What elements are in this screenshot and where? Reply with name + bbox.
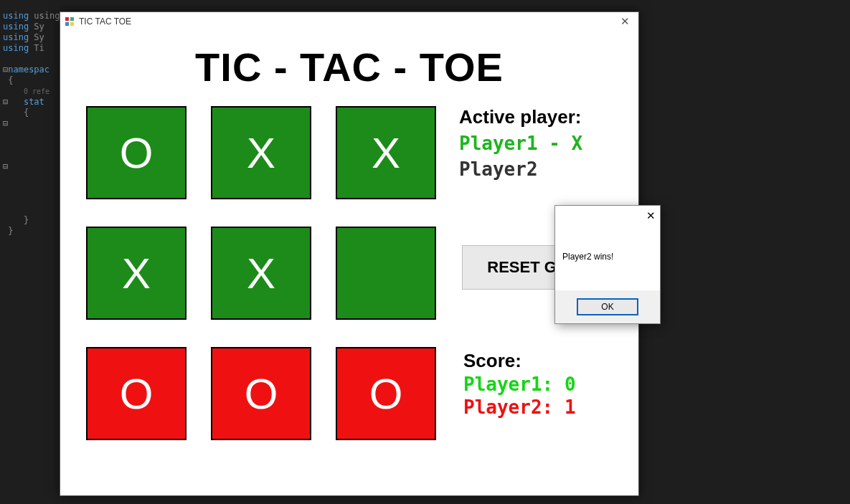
game-heading: TIC - TAC - TOE [60, 44, 638, 90]
score-label: Score: [463, 350, 576, 372]
cell-0-0[interactable]: O [86, 106, 186, 199]
score-block: Score: Player1: 0 Player2: 1 [463, 350, 576, 419]
cell-1-1[interactable]: X [211, 227, 311, 320]
cell-2-0[interactable]: O [86, 347, 186, 440]
svg-rect-3 [70, 22, 74, 26]
game-board: O X X X X O O O [86, 106, 436, 440]
svg-rect-0 [65, 17, 69, 21]
active-player-label: Active player: [459, 106, 613, 128]
cell-0-2[interactable]: X [336, 106, 436, 199]
cell-1-2[interactable] [336, 227, 436, 320]
message-box-text: Player2 wins! [555, 226, 660, 262]
cell-2-2[interactable]: O [336, 347, 436, 440]
svg-rect-1 [70, 17, 74, 21]
app-icon [65, 16, 75, 27]
window-close-button[interactable]: ✕ [616, 15, 634, 28]
message-box: ✕ Player2 wins! OK [554, 205, 661, 324]
cell-1-0[interactable]: X [86, 227, 186, 320]
svg-rect-2 [65, 22, 69, 26]
score-player2: Player2: 1 [463, 396, 576, 418]
tic-tac-toe-window: TIC TAC TOE ✕ TIC - TAC - TOE O X X X X … [60, 11, 639, 496]
message-box-ok-button[interactable]: OK [577, 298, 638, 315]
cell-0-1[interactable]: X [211, 106, 311, 199]
titlebar: TIC TAC TOE ✕ [60, 12, 638, 31]
window-title: TIC TAC TOE [79, 16, 616, 27]
message-box-titlebar: ✕ [555, 206, 660, 226]
score-player1: Player1: 0 [463, 374, 576, 395]
player1-indicator: Player1 - X [459, 133, 613, 154]
message-box-footer: OK [555, 290, 660, 323]
cell-2-1[interactable]: O [211, 347, 311, 440]
player2-indicator: Player2 [459, 158, 613, 180]
message-box-close-button[interactable]: ✕ [646, 209, 656, 222]
